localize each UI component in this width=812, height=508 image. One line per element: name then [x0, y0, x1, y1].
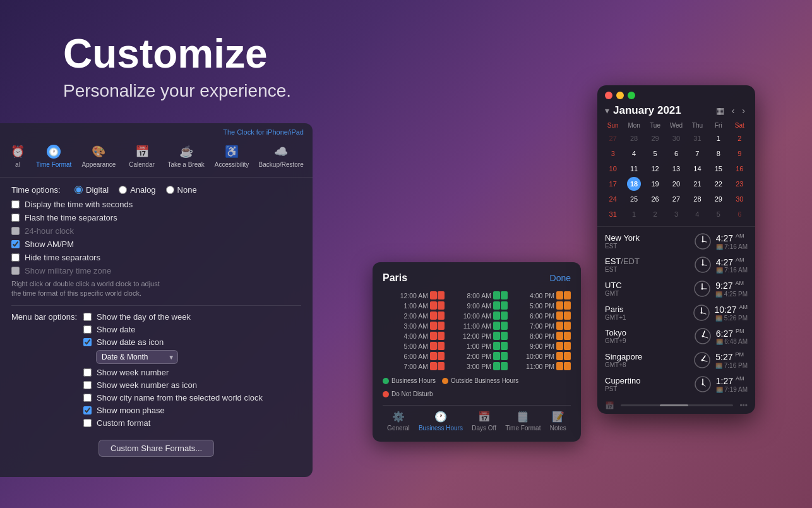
cb-military-zone-input[interactable] — [11, 267, 20, 275]
cb-show-week-number-icon-input[interactable] — [83, 381, 92, 389]
cal-next-button[interactable]: › — [739, 104, 748, 117]
blocks-7am[interactable] — [430, 362, 445, 370]
toolbar-item-general[interactable]: ⏰ al — [5, 141, 30, 172]
cb-display-seconds-input[interactable] — [11, 200, 20, 209]
cal-day-27[interactable]: 27 — [669, 192, 683, 206]
cal-day-20[interactable]: 20 — [669, 177, 683, 191]
cb-show-date[interactable]: Show date — [83, 325, 301, 334]
cal-day-18-today[interactable]: 18 — [627, 177, 641, 191]
cal-day-13[interactable]: 13 — [669, 162, 683, 176]
maximize-button[interactable] — [628, 92, 635, 99]
cal-more-button[interactable]: ••• — [739, 401, 748, 410]
cb-show-moon-phase-input[interactable] — [83, 406, 92, 414]
clock-tokyo[interactable]: Tokyo GMT+9 6:27 PM 6:48 AM — [597, 325, 755, 349]
cal-day-31-prev[interactable]: 31 — [690, 131, 704, 145]
blocks-8am[interactable] — [493, 291, 508, 299]
clock-paris[interactable]: Paris GMT+1 10:27 AM 5:26 PM — [597, 301, 755, 325]
cal-day-26[interactable]: 26 — [648, 192, 662, 206]
blocks-2am[interactable] — [430, 311, 445, 320]
cal-day-24[interactable]: 24 — [606, 192, 620, 206]
minimize-button[interactable] — [616, 92, 624, 99]
toolbar-item-time-format[interactable]: 🕐 Time Format — [32, 141, 76, 172]
cal-day-3-next[interactable]: 3 — [669, 207, 683, 221]
blocks-3pm[interactable] — [493, 362, 508, 370]
cb-show-ampm[interactable]: Show AM/PM — [11, 239, 301, 249]
blocks-10pm[interactable] — [556, 352, 571, 360]
cb-flash-separators[interactable]: Flash the time separators — [11, 213, 301, 222]
custom-share-formats-button[interactable]: Custom Share Formats... — [99, 440, 214, 457]
cal-day-29[interactable]: 29 — [712, 192, 725, 206]
cal-day-5-next[interactable]: 5 — [712, 207, 725, 221]
cal-day-1-jan[interactable]: 1 — [712, 131, 725, 145]
blocks-1pm[interactable] — [493, 342, 508, 350]
cb-show-date-icon[interactable]: Show date as icon — [83, 337, 301, 347]
cb-hide-separators-input[interactable] — [11, 253, 20, 262]
cb-hide-separators[interactable]: Hide time separators — [11, 253, 301, 262]
blocks-3am[interactable] — [430, 322, 445, 330]
cal-scrollbar[interactable] — [621, 404, 733, 406]
cal-day-16[interactable]: 16 — [732, 162, 746, 176]
cal-day-1-next[interactable]: 1 — [627, 207, 641, 221]
cal-day-15[interactable]: 15 — [712, 162, 725, 176]
clock-cupertino[interactable]: Cupertino PST 1:27 AM 7:19 AM — [597, 372, 755, 396]
cal-day-8[interactable]: 8 — [712, 147, 725, 160]
biz-tab-business-hours[interactable]: 🕐 Business Hours — [419, 411, 463, 432]
blocks-2pm[interactable] — [493, 352, 508, 360]
blocks-6pm[interactable] — [556, 311, 571, 320]
cb-24-hour[interactable]: 24-hour clock — [11, 226, 301, 236]
cal-day-23[interactable]: 23 — [732, 177, 746, 191]
radio-analog[interactable]: Analog — [119, 185, 155, 195]
clock-new-york[interactable]: New York EST 4:27 AM 7:16 AM — [597, 229, 755, 253]
cal-day-29-prev[interactable]: 29 — [648, 131, 662, 145]
cal-day-14[interactable]: 14 — [690, 162, 704, 176]
cal-day-21[interactable]: 21 — [690, 177, 704, 191]
blocks-6am[interactable] — [430, 352, 445, 360]
toolbar-item-take-break[interactable]: ☕ Take a Break — [164, 141, 209, 172]
cb-show-day-week-input[interactable] — [83, 313, 92, 321]
date-format-select[interactable]: Date & Month Month & Date Day of Week Fu… — [96, 350, 178, 364]
cb-flash-separators-input[interactable] — [11, 214, 20, 222]
cal-day-5[interactable]: 5 — [648, 147, 662, 160]
close-button[interactable] — [605, 92, 612, 99]
cal-day-17[interactable]: 17 — [606, 177, 620, 191]
biz-tab-time-format[interactable]: 🗒️ Time Format — [505, 411, 540, 432]
cal-day-4-next[interactable]: 4 — [690, 207, 704, 221]
cal-day-2-jan[interactable]: 2 — [732, 131, 746, 145]
radio-digital[interactable]: Digital — [75, 185, 109, 195]
radio-none-input[interactable] — [166, 186, 174, 194]
cal-day-30[interactable]: 30 — [732, 192, 746, 206]
cal-day-7[interactable]: 7 — [690, 147, 704, 160]
cb-show-city-name[interactable]: Show city name from the selected world c… — [83, 393, 301, 402]
cb-24-hour-input[interactable] — [11, 227, 20, 235]
cal-day-4[interactable]: 4 — [627, 147, 641, 160]
cb-show-week-number-input[interactable] — [83, 368, 92, 377]
blocks-12am[interactable] — [430, 291, 445, 299]
cb-show-moon-phase[interactable]: Show moon phase — [83, 406, 301, 415]
cal-day-31[interactable]: 31 — [606, 207, 620, 221]
cal-day-22[interactable]: 22 — [712, 177, 725, 191]
blocks-9pm[interactable] — [556, 342, 571, 350]
cal-day-11[interactable]: 11 — [627, 162, 641, 176]
cb-show-city-name-input[interactable] — [83, 394, 92, 402]
radio-none[interactable]: None — [166, 185, 197, 195]
cal-day-10[interactable]: 10 — [606, 162, 620, 176]
biz-tab-notes[interactable]: 📝 Notes — [550, 411, 566, 432]
toolbar-item-backup-restore[interactable]: ☁️ Backup/Restore — [254, 141, 307, 172]
blocks-8pm[interactable] — [556, 332, 571, 340]
clock-utc[interactable]: UTC GMT 9:27 AM 4:25 PM — [597, 277, 755, 301]
cal-day-19[interactable]: 19 — [648, 177, 662, 191]
cb-military-zone[interactable]: Show military time zone — [11, 266, 301, 275]
cal-day-2-next[interactable]: 2 — [648, 207, 662, 221]
cal-prev-button[interactable]: ‹ — [729, 104, 737, 117]
cal-grid-view-button[interactable]: ▦ — [713, 104, 727, 117]
toolbar-item-appearance[interactable]: 🎨 Appearance — [77, 141, 120, 172]
biz-done-button[interactable]: Done — [550, 273, 571, 283]
cal-day-28-prev[interactable]: 28 — [627, 131, 641, 145]
cal-day-28[interactable]: 28 — [690, 192, 704, 206]
blocks-11pm[interactable] — [556, 362, 571, 370]
blocks-4am[interactable] — [430, 332, 445, 340]
cb-show-week-number[interactable]: Show week number — [83, 368, 301, 377]
blocks-9am[interactable] — [493, 301, 508, 310]
toolbar-item-accessibility[interactable]: ♿ Accessibility — [210, 141, 254, 172]
cal-day-30-prev[interactable]: 30 — [669, 131, 683, 145]
